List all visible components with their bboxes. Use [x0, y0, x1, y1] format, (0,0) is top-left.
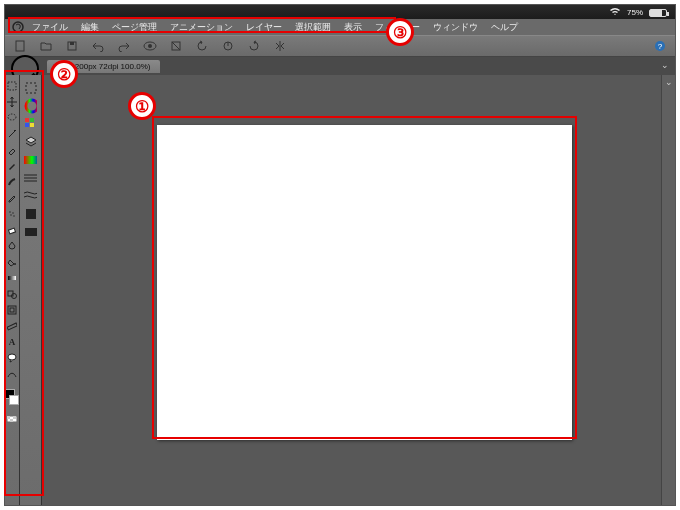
svg-rect-29	[13, 416, 16, 419]
save-icon[interactable]	[61, 38, 83, 54]
lines-icon[interactable]	[24, 171, 37, 184]
new-icon[interactable]	[9, 38, 31, 54]
wand-tool-icon[interactable]	[6, 127, 19, 140]
color-set-icon[interactable]	[24, 117, 37, 130]
menu-page[interactable]: ページ管理	[106, 20, 163, 35]
frame-tool-icon[interactable]	[6, 303, 19, 316]
document-tab[interactable]: 00 x 1200px 72dpi 100.0%)	[47, 60, 160, 73]
clear-icon[interactable]	[165, 38, 187, 54]
svg-point-14	[9, 211, 10, 212]
svg-point-32	[26, 100, 37, 112]
svg-rect-35	[25, 123, 29, 127]
flip-h-icon[interactable]	[269, 38, 291, 54]
battery-text: 75%	[627, 8, 643, 17]
title-bar: 75%	[5, 5, 675, 19]
svg-point-15	[12, 212, 13, 213]
app-logo-icon[interactable]	[11, 20, 25, 34]
svg-line-7	[172, 42, 180, 50]
tool-palette: A	[5, 75, 20, 505]
svg-point-16	[10, 214, 11, 215]
transparent-swatch-icon[interactable]	[6, 412, 19, 425]
color-swatches[interactable]	[5, 389, 19, 405]
wave-lines-icon[interactable]	[24, 189, 37, 202]
svg-point-17	[13, 215, 14, 216]
svg-rect-20	[8, 276, 16, 280]
app-window: 75% ファイル 編集 ページ管理 アニメーション レイヤー 選択範囲 表示 フ…	[4, 4, 676, 506]
spray-tool-icon[interactable]	[6, 207, 19, 220]
eyedrop-tool-icon[interactable]	[6, 143, 19, 156]
svg-point-5	[148, 44, 152, 48]
svg-rect-37	[24, 156, 37, 164]
menu-bar: ファイル 編集 ページ管理 アニメーション レイヤー 選択範囲 表示 フィルター…	[5, 19, 675, 35]
svg-rect-12	[8, 82, 16, 90]
menu-edit[interactable]: 編集	[75, 20, 105, 35]
undo-icon[interactable]	[87, 38, 109, 54]
blend-tool-icon[interactable]	[6, 239, 19, 252]
svg-point-19	[14, 263, 16, 265]
subtool-icon[interactable]	[24, 81, 37, 94]
svg-rect-41	[26, 209, 36, 219]
menu-help[interactable]: ヘルプ	[485, 20, 524, 35]
svg-rect-42	[25, 228, 37, 236]
canvas[interactable]	[157, 125, 572, 440]
rotate-left-icon[interactable]	[191, 38, 213, 54]
document-tab-label: 00 x 1200px 72dpi 100.0%)	[53, 62, 150, 71]
eraser-tool-icon[interactable]	[6, 223, 19, 236]
fill-tool-icon[interactable]	[6, 255, 19, 268]
command-bar: ?	[5, 35, 675, 57]
svg-rect-3	[70, 42, 74, 45]
canvas-area[interactable]: ⌄	[42, 75, 675, 505]
balloon-tool-icon[interactable]	[6, 351, 19, 364]
right-panel-collapsed[interactable]: ⌄	[661, 75, 675, 505]
menu-animation[interactable]: アニメーション	[164, 20, 239, 35]
layers-icon[interactable]	[24, 135, 37, 148]
gradient-strip-icon[interactable]	[24, 153, 37, 166]
pencil-tool-icon[interactable]	[6, 191, 19, 204]
shape-tool-icon[interactable]	[6, 287, 19, 300]
svg-rect-25	[7, 322, 17, 329]
panel-chevron-icon[interactable]: ⌄	[661, 60, 669, 70]
menu-view[interactable]: 表示	[338, 20, 368, 35]
eye-icon[interactable]	[139, 38, 161, 54]
svg-rect-30	[10, 419, 13, 422]
help-icon[interactable]: ?	[649, 38, 671, 54]
svg-text:?: ?	[658, 42, 663, 51]
svg-rect-23	[8, 306, 16, 314]
ruler-tool-icon[interactable]	[6, 319, 19, 332]
open-icon[interactable]	[35, 38, 57, 54]
device-status: 75%	[609, 7, 667, 18]
svg-rect-31	[26, 83, 36, 93]
correct-line-tool-icon[interactable]	[6, 367, 19, 380]
menu-file[interactable]: ファイル	[26, 20, 74, 35]
select-tool-icon[interactable]	[6, 79, 19, 92]
svg-rect-28	[7, 416, 10, 419]
brush-tool-icon[interactable]	[6, 175, 19, 188]
menu-layer[interactable]: レイヤー	[240, 20, 288, 35]
workspace: A ⌄	[5, 75, 675, 505]
rotate-right-icon[interactable]	[243, 38, 265, 54]
text-tool-icon[interactable]: A	[6, 335, 19, 348]
expand-panel-icon[interactable]: ⌄	[665, 77, 673, 87]
reset-rotate-icon[interactable]	[217, 38, 239, 54]
svg-rect-21	[8, 291, 13, 296]
svg-rect-33	[25, 118, 29, 122]
menu-window[interactable]: ウィンドウ	[427, 20, 484, 35]
svg-rect-24	[10, 308, 14, 312]
color-wheel-icon[interactable]	[24, 99, 37, 112]
svg-point-13	[8, 114, 16, 120]
wifi-icon	[609, 7, 621, 18]
battery-icon	[649, 9, 667, 17]
gradient-tool-icon[interactable]	[6, 271, 19, 284]
svg-rect-1	[16, 41, 24, 51]
menu-selection[interactable]: 選択範囲	[289, 20, 337, 35]
svg-rect-34	[30, 118, 34, 122]
svg-rect-36	[30, 123, 34, 127]
rect-fill-icon[interactable]	[24, 225, 37, 238]
menu-filter[interactable]: フィルター	[369, 20, 426, 35]
square-fill-icon[interactable]	[24, 207, 37, 220]
move-tool-icon[interactable]	[6, 95, 19, 108]
pen-tool-icon[interactable]	[6, 159, 19, 172]
redo-icon[interactable]	[113, 38, 135, 54]
background-swatch[interactable]	[9, 395, 19, 405]
lasso-tool-icon[interactable]	[6, 111, 19, 124]
